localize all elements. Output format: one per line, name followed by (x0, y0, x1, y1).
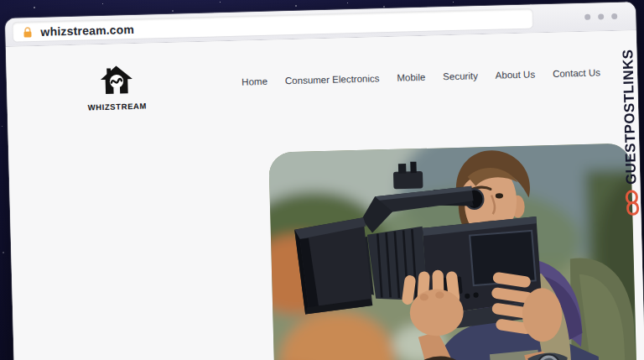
guestpostlinks-label: GUESTPOSTLINKS (620, 49, 640, 185)
star (102, 3, 103, 4)
nav-item-security[interactable]: Security (443, 70, 478, 81)
camera-man-illustration (268, 143, 638, 360)
lock-icon (22, 26, 33, 38)
logo-text: WHIZSTREAM (81, 101, 153, 112)
site-logo[interactable]: WHIZSTREAM (80, 63, 153, 112)
star (453, 2, 454, 3)
page-content: WHIZSTREAM Home Consumer Electronics Mob… (6, 30, 644, 360)
house-logo-icon (97, 64, 135, 97)
nav-item-contact-us[interactable]: Contact Us (553, 67, 600, 78)
nav-item-mobile[interactable]: Mobile (397, 72, 425, 83)
star (3, 252, 4, 253)
window-dot[interactable] (584, 14, 590, 20)
star (220, 2, 221, 3)
nav-item-home[interactable]: Home (242, 76, 267, 87)
window-dot[interactable] (598, 13, 604, 19)
browser-window: whizstream.com WHIZSTREAM Home (5, 2, 644, 360)
main-nav: Home Consumer Electronics Mobile Securit… (242, 64, 600, 88)
window-dot[interactable] (611, 13, 617, 19)
nav-item-about-us[interactable]: About Us (496, 69, 536, 80)
hero-image (268, 143, 638, 360)
guestpostlinks-banner[interactable]: GUESTPOSTLINKS (616, 49, 644, 217)
star (347, 3, 348, 3)
star (2, 126, 3, 127)
star (295, 5, 297, 7)
url-text: whizstream.com (40, 22, 134, 38)
chain-link-icon (623, 190, 642, 218)
window-dots[interactable] (584, 13, 617, 20)
star (34, 7, 35, 8)
star (172, 10, 174, 12)
nav-item-consumer-electronics[interactable]: Consumer Electronics (285, 73, 380, 86)
star (383, 6, 385, 8)
